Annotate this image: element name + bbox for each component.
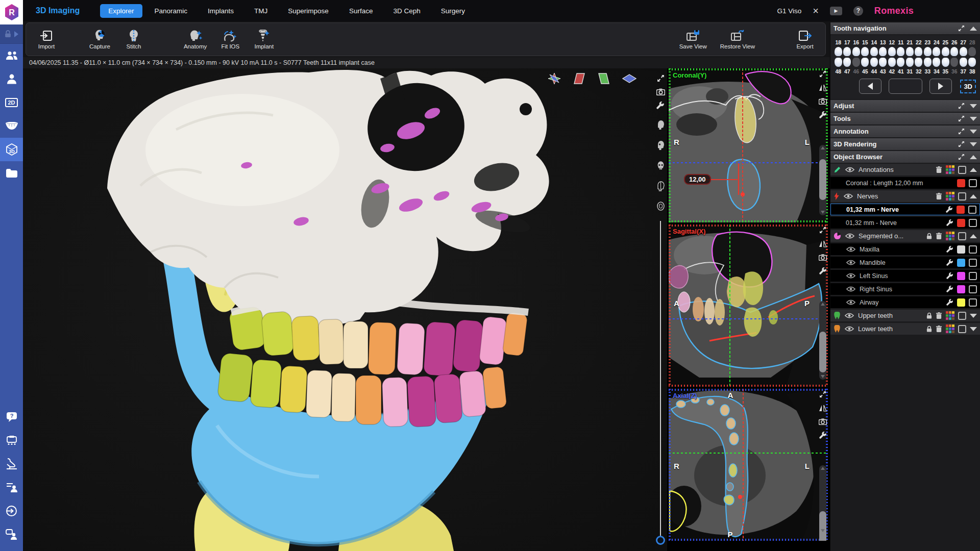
- collapse-group-icon[interactable]: [970, 194, 977, 198]
- tab-implants[interactable]: Implants: [200, 4, 242, 18]
- render-preset-solid-icon[interactable]: [656, 120, 665, 130]
- lock-icon[interactable]: [926, 325, 932, 333]
- tooth-number[interactable]: 43: [879, 68, 887, 74]
- tab-3d-ceph[interactable]: 3D Ceph: [385, 4, 428, 18]
- sidebar-item-signout[interactable]: [0, 499, 23, 522]
- tab-superimpose[interactable]: Superimpose: [280, 4, 337, 18]
- settings-wrench-icon[interactable]: [819, 432, 827, 439]
- capture-button[interactable]: Capture: [86, 30, 113, 49]
- wrench-icon[interactable]: [946, 272, 953, 280]
- eye-icon[interactable]: [846, 299, 856, 306]
- sidebar-item-help[interactable]: ?: [0, 405, 23, 429]
- trash-icon[interactable]: [936, 325, 942, 333]
- checkbox[interactable]: [969, 272, 977, 280]
- collapse-panel-icon[interactable]: [970, 27, 977, 31]
- expand-panel-icon[interactable]: [958, 115, 965, 122]
- tooth-icon[interactable]: [942, 47, 949, 56]
- tools-panel-header[interactable]: Tools: [830, 113, 980, 124]
- sidebar-item-files[interactable]: [0, 161, 23, 185]
- restore-view-button[interactable]: Restore View: [717, 30, 758, 49]
- checkbox[interactable]: [968, 206, 976, 214]
- eye-icon[interactable]: [845, 233, 855, 239]
- tooth-number[interactable]: 15: [861, 39, 869, 45]
- eye-icon[interactable]: [845, 166, 855, 173]
- expand-panel-icon[interactable]: [958, 141, 965, 147]
- wrench-icon[interactable]: [946, 246, 953, 253]
- trash-icon[interactable]: [936, 312, 942, 319]
- 3d-rendering-panel-header[interactable]: 3D Rendering: [830, 138, 980, 150]
- tooth-number-input[interactable]: [889, 79, 922, 94]
- tooth-icon[interactable]: [906, 47, 914, 56]
- 3d-selection-button[interactable]: 3D: [960, 80, 976, 93]
- snapshot-camera-icon[interactable]: [819, 254, 827, 261]
- coronal-measurement-label[interactable]: 12,00: [684, 174, 711, 185]
- sidebar-item-smile[interactable]: [0, 114, 23, 138]
- tooth-number[interactable]: 38: [968, 68, 976, 74]
- checkbox[interactable]: [969, 298, 977, 307]
- checkbox[interactable]: [969, 219, 977, 227]
- render-preset-skull-icon[interactable]: [656, 161, 665, 171]
- axial-scrollbar[interactable]: [819, 465, 826, 534]
- axial-crosshair-horizontal[interactable]: [669, 453, 828, 454]
- tooth-number[interactable]: 44: [870, 68, 878, 74]
- axial-plane-icon[interactable]: [622, 72, 636, 85]
- segmented-objects-group-row[interactable]: Segmented o...: [830, 230, 980, 242]
- tooth-number[interactable]: 45: [861, 68, 869, 74]
- tooth-icon[interactable]: [968, 58, 976, 67]
- tooth-icon[interactable]: [950, 47, 958, 56]
- previous-tooth-button[interactable]: [859, 79, 881, 94]
- expand-panel-icon[interactable]: [958, 128, 965, 135]
- eye-icon[interactable]: [846, 272, 856, 279]
- checkbox[interactable]: [958, 192, 966, 201]
- expand-section-icon[interactable]: [970, 142, 977, 146]
- implant-button[interactable]: Implant: [251, 30, 277, 49]
- render-slider-track[interactable]: [660, 221, 661, 536]
- sidebar-item-clinic[interactable]: [0, 452, 23, 475]
- axial-slice-view[interactable]: Axial(Z) A R L P: [669, 389, 828, 541]
- tooth-icon[interactable]: [879, 47, 887, 56]
- settings-wrench-icon[interactable]: [819, 267, 827, 275]
- eye-icon[interactable]: [846, 259, 856, 266]
- tooth-icon[interactable]: [888, 47, 896, 56]
- tooth-number[interactable]: 37: [960, 68, 967, 74]
- object-browser-panel-header[interactable]: Object Browser: [830, 151, 980, 163]
- checkbox[interactable]: [969, 245, 977, 254]
- tooth-icon[interactable]: [861, 58, 869, 67]
- render-preset-cutaway-icon[interactable]: [656, 181, 665, 191]
- tooth-number-disabled[interactable]: 36: [950, 68, 958, 74]
- trash-icon[interactable]: [936, 232, 942, 240]
- romexis-logo[interactable]: R: [0, 0, 23, 24]
- tooth-icon[interactable]: [870, 58, 878, 67]
- sidebar-item-devices[interactable]: [0, 429, 23, 452]
- tooth-number[interactable]: 33: [924, 68, 932, 74]
- annotations-group-row[interactable]: Annotations: [830, 164, 980, 176]
- wrench-icon[interactable]: [946, 259, 953, 266]
- sidebar-item-patients[interactable]: [0, 44, 23, 67]
- render-preset-outline-icon[interactable]: [656, 202, 665, 212]
- sagittal-crosshair-horizontal[interactable]: [669, 318, 828, 319]
- adjust-panel-header[interactable]: Adjust: [830, 100, 980, 112]
- tooth-number[interactable]: 23: [924, 39, 932, 45]
- coronal-crosshair-horizontal[interactable]: [669, 162, 828, 163]
- coronal-crosshair-vertical[interactable]: [742, 68, 743, 222]
- sidebar-item-patient[interactable]: [0, 67, 23, 91]
- color-palette-icon[interactable]: [946, 192, 954, 201]
- tooth-number[interactable]: 48: [835, 68, 842, 74]
- right-sinus-row[interactable]: Right Sinus: [830, 283, 980, 295]
- tooth-icon[interactable]: [870, 47, 878, 56]
- color-swatch[interactable]: [957, 245, 965, 254]
- tooth-number[interactable]: 32: [915, 68, 922, 74]
- tooth-icon[interactable]: [897, 47, 904, 56]
- collapse-group-icon[interactable]: [970, 168, 977, 172]
- close-icon[interactable]: ×: [813, 6, 819, 16]
- trash-icon[interactable]: [936, 192, 942, 200]
- tooth-number[interactable]: 35: [942, 68, 949, 74]
- wrench-icon[interactable]: [946, 206, 953, 213]
- expand-view-icon[interactable]: [819, 227, 826, 234]
- expand-view-icon[interactable]: [819, 70, 826, 78]
- wrench-icon[interactable]: [946, 299, 953, 306]
- lock-icon[interactable]: [926, 233, 932, 240]
- color-palette-icon[interactable]: [946, 165, 954, 174]
- tab-surgery[interactable]: Surgery: [433, 4, 473, 18]
- eye-icon[interactable]: [844, 325, 854, 332]
